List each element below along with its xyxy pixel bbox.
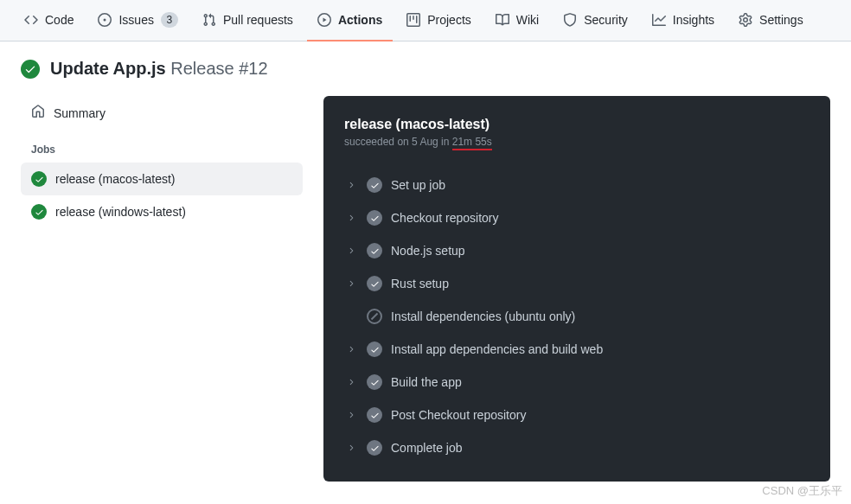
tab-pulls[interactable]: Pull requests	[192, 0, 304, 41]
tab-code[interactable]: Code	[14, 0, 84, 41]
job-status: succeeded on 5 Aug in 21m 55s	[344, 136, 809, 148]
sidebar: Summary Jobs release (macos-latest) rele…	[21, 96, 303, 482]
workflow-commit-message: Update App.js	[50, 59, 166, 78]
tab-actions[interactable]: Actions	[307, 0, 393, 41]
sidebar-summary-label: Summary	[54, 106, 106, 120]
step-row[interactable]: Post Checkout repository	[330, 399, 823, 431]
step-label: Complete job	[391, 441, 463, 455]
job-title: release (macos-latest)	[344, 117, 809, 132]
success-icon	[31, 204, 47, 220]
project-icon	[406, 13, 420, 27]
success-icon	[31, 171, 47, 187]
tab-wiki-label: Wiki	[516, 13, 539, 27]
page-title: Update App.js Release #12	[50, 59, 268, 79]
tab-issues-label: Issues	[118, 13, 153, 27]
job-header: release (macos-latest) succeeded on 5 Au…	[323, 96, 830, 162]
chevron-right-icon	[344, 378, 358, 386]
step-label: Install dependencies (ubuntu only)	[391, 309, 575, 323]
chevron-right-icon	[344, 279, 358, 288]
success-icon	[367, 374, 382, 390]
tab-insights[interactable]: Insights	[642, 0, 725, 41]
tab-security[interactable]: Security	[553, 0, 638, 41]
success-icon	[367, 341, 382, 357]
graph-icon	[652, 13, 666, 27]
issue-icon	[98, 13, 112, 27]
watermark: CSDN @王乐平	[762, 483, 842, 499]
play-circle-icon	[317, 13, 331, 27]
tab-projects[interactable]: Projects	[396, 0, 482, 41]
jobs-heading: Jobs	[21, 130, 303, 163]
success-icon	[21, 60, 40, 79]
chevron-right-icon	[344, 214, 358, 222]
step-label: Install app dependencies and build web	[391, 342, 603, 356]
success-icon	[367, 243, 382, 258]
workflow-run-name: Release #12	[170, 59, 267, 78]
job-label: release (macos-latest)	[55, 172, 176, 186]
success-icon	[367, 276, 382, 291]
tab-projects-label: Projects	[427, 13, 471, 27]
tab-pulls-label: Pull requests	[223, 13, 293, 27]
gear-icon	[739, 13, 752, 27]
chevron-right-icon	[344, 345, 358, 354]
tab-settings-label: Settings	[759, 13, 803, 27]
home-icon	[31, 105, 45, 121]
step-label: Post Checkout repository	[391, 408, 526, 422]
issues-count: 3	[161, 12, 178, 28]
step-row[interactable]: Build the app	[330, 366, 823, 399]
step-label: Set up job	[391, 178, 445, 192]
chevron-right-icon	[344, 411, 358, 419]
tab-issues[interactable]: Issues 3	[87, 0, 188, 41]
tab-insights-label: Insights	[673, 13, 714, 27]
chevron-right-icon	[344, 181, 358, 189]
step-row[interactable]: Node.js setup	[330, 234, 823, 267]
step-row[interactable]: Rust setup	[330, 267, 823, 300]
tab-code-label: Code	[45, 13, 74, 27]
job-duration[interactable]: 21m 55s	[452, 136, 492, 150]
tab-actions-label: Actions	[338, 13, 382, 27]
book-icon	[496, 13, 509, 27]
sidebar-summary[interactable]: Summary	[21, 96, 303, 130]
content: Summary Jobs release (macos-latest) rele…	[0, 96, 851, 482]
job-label: release (windows-latest)	[55, 205, 186, 219]
step-row[interactable]: Complete job	[330, 431, 823, 464]
step-label: Checkout repository	[391, 211, 499, 225]
chevron-right-icon	[344, 443, 358, 452]
skipped-icon	[367, 309, 382, 324]
step-label: Rust setup	[391, 277, 449, 290]
sidebar-job-macos[interactable]: release (macos-latest)	[21, 163, 303, 195]
pull-request-icon	[202, 13, 216, 27]
step-row[interactable]: Checkout repository	[330, 201, 823, 234]
step-label: Node.js setup	[391, 244, 465, 258]
tab-settings[interactable]: Settings	[728, 0, 814, 41]
tab-wiki[interactable]: Wiki	[485, 0, 549, 41]
success-icon	[367, 407, 382, 423]
sidebar-job-windows[interactable]: release (windows-latest)	[21, 195, 303, 228]
steps-list: Set up jobCheckout repositoryNode.js set…	[323, 162, 830, 482]
code-icon	[24, 13, 38, 27]
step-row[interactable]: Install dependencies (ubuntu only)	[330, 300, 823, 333]
success-icon	[367, 210, 382, 226]
tab-security-label: Security	[584, 13, 628, 27]
shield-icon	[563, 13, 577, 27]
success-icon	[367, 440, 382, 456]
success-icon	[367, 177, 382, 193]
job-status-prefix: succeeded on 5 Aug in	[344, 136, 452, 148]
chevron-right-icon	[344, 246, 358, 255]
workflow-header: Update App.js Release #12	[0, 41, 851, 96]
repo-tabs: Code Issues 3 Pull requests Actions Proj…	[0, 0, 851, 41]
step-label: Build the app	[391, 375, 462, 389]
step-row[interactable]: Set up job	[330, 169, 823, 201]
job-log-panel: release (macos-latest) succeeded on 5 Au…	[323, 96, 830, 482]
step-row[interactable]: Install app dependencies and build web	[330, 333, 823, 366]
